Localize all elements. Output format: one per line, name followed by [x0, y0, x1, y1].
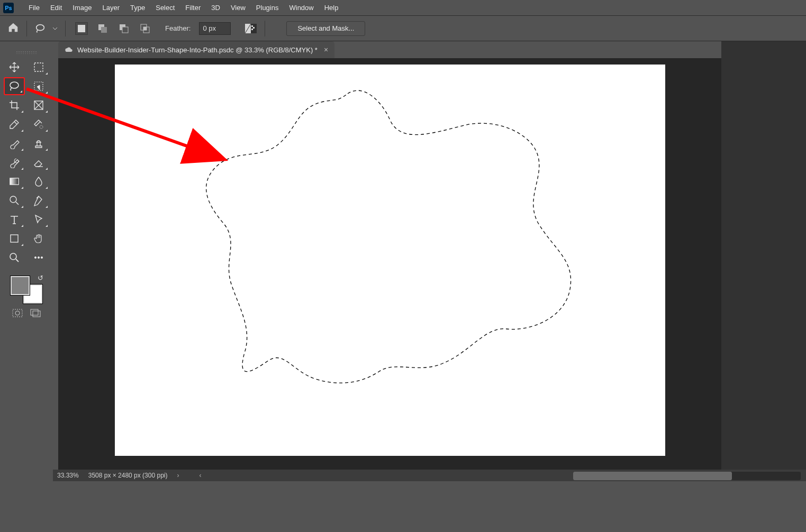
menu-file[interactable]: File	[23, 0, 45, 15]
document-tab[interactable]: Website-Builder-Insider-Turn-Shape-Into-…	[58, 41, 334, 58]
history-brush-tool[interactable]	[4, 153, 25, 171]
svg-rect-8	[143, 27, 147, 30]
document-tab-strip: Website-Builder-Insider-Turn-Shape-Into-…	[58, 41, 334, 58]
toolbox-grip[interactable]	[16, 51, 37, 54]
svg-rect-3	[101, 27, 107, 33]
right-panel-dock	[721, 41, 806, 474]
foreground-color[interactable]	[11, 276, 30, 295]
svg-rect-22	[11, 235, 18, 242]
clone-stamp-tool[interactable]	[28, 134, 49, 152]
eyedropper-tool[interactable]	[4, 115, 25, 133]
menu-filter[interactable]: Filter	[180, 0, 206, 15]
svg-point-18	[40, 125, 43, 129]
toolbox: ↺	[0, 41, 53, 474]
frame-tool[interactable]	[28, 96, 49, 114]
svg-point-15	[10, 82, 19, 88]
svg-point-23	[10, 253, 16, 260]
status-zoom[interactable]: 33.33%	[57, 472, 79, 479]
marquee-tool[interactable]	[28, 58, 49, 76]
svg-point-25	[38, 256, 39, 258]
svg-rect-11	[251, 25, 253, 27]
menu-window[interactable]: Window	[284, 0, 319, 15]
bottom-band	[0, 481, 806, 532]
tool-preset-lasso[interactable]	[34, 23, 46, 34]
selection-mode-intersect[interactable]	[139, 22, 151, 35]
svg-rect-5	[122, 27, 128, 33]
brush-tool[interactable]	[4, 134, 25, 152]
dodge-tool[interactable]	[4, 191, 25, 209]
menu-edit[interactable]: Edit	[45, 0, 67, 15]
svg-rect-20	[10, 178, 19, 185]
select-and-mask-button[interactable]: Select and Mask...	[286, 21, 365, 36]
svg-rect-30	[33, 311, 40, 317]
marching-ants-selection	[115, 65, 665, 456]
menu-layer[interactable]: Layer	[97, 0, 125, 15]
svg-rect-29	[31, 309, 38, 315]
healing-brush-tool[interactable]	[28, 115, 49, 133]
more-tools[interactable]	[28, 249, 49, 267]
color-swatches[interactable]: ↺	[11, 276, 42, 304]
crop-tool[interactable]	[4, 96, 25, 114]
status-dimensions[interactable]: 3508 px × 2480 px (300 ppi)	[88, 472, 168, 479]
selection-mode-new[interactable]	[75, 22, 88, 35]
cloud-icon	[65, 47, 73, 53]
type-tool[interactable]	[4, 210, 25, 228]
horizontal-scrollbar[interactable]	[573, 472, 801, 480]
home-button[interactable]	[7, 22, 19, 35]
artboard[interactable]	[115, 65, 665, 456]
eraser-tool[interactable]	[28, 153, 49, 171]
svg-rect-14	[34, 63, 43, 71]
svg-point-0	[37, 24, 44, 30]
menubar: Ps File Edit Image Layer Type Select Fil…	[0, 0, 806, 16]
document-tab-title: Website-Builder-Insider-Turn-Shape-Into-…	[77, 46, 318, 54]
svg-rect-12	[253, 27, 255, 29]
svg-point-24	[34, 256, 36, 258]
lasso-tool[interactable]	[4, 77, 25, 95]
hand-tool[interactable]	[28, 230, 49, 247]
canvas-area[interactable]	[58, 58, 721, 474]
zoom-tool[interactable]	[4, 249, 25, 267]
feather-label: Feather:	[165, 24, 191, 32]
svg-rect-27	[13, 309, 22, 317]
menu-view[interactable]: View	[225, 0, 251, 15]
photoshop-logo: Ps	[3, 3, 14, 13]
blur-tool[interactable]	[28, 172, 49, 190]
selection-mode-add[interactable]	[96, 22, 109, 35]
screen-mode-toggle[interactable]	[30, 309, 41, 319]
menu-plugins[interactable]: Plugins	[251, 0, 284, 15]
gradient-tool[interactable]	[4, 172, 25, 190]
svg-point-28	[15, 311, 20, 315]
selection-mode-subtract[interactable]	[117, 22, 130, 35]
path-selection-tool[interactable]	[28, 210, 49, 228]
status-flyout[interactable]: ›	[177, 472, 179, 479]
svg-point-26	[41, 256, 42, 258]
pen-tool[interactable]	[28, 191, 49, 209]
svg-rect-1	[78, 25, 85, 32]
menu-help[interactable]: Help	[319, 0, 344, 15]
antialias-toggle[interactable]	[244, 23, 257, 34]
chevron-down-icon[interactable]	[52, 26, 58, 31]
svg-rect-13	[251, 29, 253, 30]
feather-input[interactable]	[199, 22, 231, 35]
object-selection-tool[interactable]	[28, 77, 49, 95]
swap-colors-icon[interactable]: ↺	[38, 274, 43, 282]
menu-select[interactable]: Select	[150, 0, 180, 15]
menu-image[interactable]: Image	[67, 0, 97, 15]
menu-3d[interactable]: 3D	[206, 0, 225, 15]
close-icon[interactable]: ×	[324, 45, 328, 54]
status-scroll-left[interactable]: ‹	[199, 472, 201, 479]
move-tool[interactable]	[4, 58, 25, 76]
menu-type[interactable]: Type	[125, 0, 150, 15]
quick-mask-toggle[interactable]	[12, 309, 23, 319]
options-bar: Feather: Select and Mask...	[0, 16, 806, 41]
shape-tool[interactable]	[4, 230, 25, 247]
svg-point-21	[10, 196, 16, 203]
